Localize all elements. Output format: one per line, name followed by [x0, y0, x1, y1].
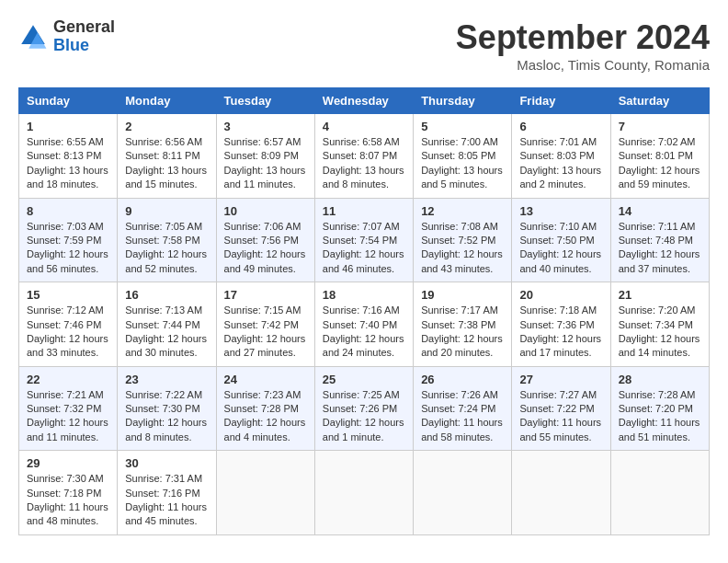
logo-icon [18, 22, 48, 52]
day-info-line: Sunrise: 7:21 AM [27, 388, 109, 402]
day-info-line: and 45 minutes. [125, 514, 208, 528]
calendar-header-row: SundayMondayTuesdayWednesdayThursdayFrid… [19, 88, 710, 114]
day-number: 16 [125, 288, 208, 302]
day-number: 14 [619, 204, 701, 218]
day-info-line: and 51 minutes. [619, 431, 701, 444]
day-info-line: and 20 minutes. [421, 346, 504, 360]
day-info-line: and 4 minutes. [224, 431, 307, 444]
day-info-line: and 30 minutes. [125, 346, 208, 360]
day-info-line: Sunset: 7:58 PM [125, 234, 208, 247]
calendar-cell: 24Sunrise: 7:23 AMSunset: 7:28 PMDayligh… [216, 366, 314, 451]
day-info-line: and 11 minutes. [27, 431, 109, 444]
day-info-line: Daylight: 13 hours [323, 164, 405, 178]
day-info-line: Daylight: 11 hours [27, 500, 109, 514]
day-info-line: and 5 minutes. [421, 178, 504, 191]
calendar-week-2: 8Sunrise: 7:03 AMSunset: 7:59 PMDaylight… [19, 198, 710, 282]
day-info-line: Sunrise: 7:22 AM [125, 388, 208, 402]
day-number: 13 [519, 204, 602, 218]
day-number: 5 [421, 120, 504, 133]
day-number: 10 [224, 204, 307, 218]
day-number: 8 [27, 204, 109, 218]
day-info-line: Sunrise: 7:31 AM [125, 472, 208, 486]
day-number: 22 [27, 373, 109, 386]
calendar-cell: 22Sunrise: 7:21 AMSunset: 7:32 PMDayligh… [19, 366, 118, 451]
day-info-line: Sunrise: 7:12 AM [27, 304, 109, 317]
logo-blue-text: Blue [53, 37, 115, 55]
day-info-line: Sunset: 7:38 PM [421, 318, 504, 332]
calendar-cell: 2Sunrise: 6:56 AMSunset: 8:11 PMDaylight… [118, 114, 216, 199]
day-info-line: Sunset: 8:11 PM [125, 149, 208, 163]
day-info-line: Daylight: 12 hours [421, 247, 504, 261]
day-info-line: Daylight: 12 hours [323, 247, 405, 261]
day-info-line: Sunrise: 7:07 AM [323, 220, 405, 234]
day-number: 2 [125, 120, 208, 133]
day-info-line: and 55 minutes. [519, 431, 602, 444]
day-info-line: and 11 minutes. [224, 178, 307, 191]
day-info-line: Daylight: 13 hours [421, 164, 504, 178]
calendar-cell: 1Sunrise: 6:55 AMSunset: 8:13 PMDaylight… [19, 114, 118, 199]
day-info-line: and 8 minutes. [125, 431, 208, 444]
day-info-line: Daylight: 13 hours [519, 164, 602, 178]
location-text: Masloc, Timis County, Romania [456, 57, 710, 73]
day-info-line: Sunset: 7:59 PM [27, 234, 109, 247]
day-info-line: and 43 minutes. [421, 262, 504, 276]
weekday-header-tuesday: Tuesday [216, 88, 314, 114]
day-number: 17 [224, 288, 307, 302]
day-number: 1 [27, 120, 109, 133]
day-info-line: Sunrise: 7:26 AM [421, 388, 504, 402]
day-info-line: Sunset: 7:20 PM [619, 402, 701, 416]
day-info-line: Daylight: 13 hours [224, 164, 307, 178]
day-info-line: Sunrise: 7:03 AM [27, 220, 109, 234]
weekday-header-friday: Friday [512, 88, 610, 114]
logo-text: General Blue [53, 18, 115, 55]
day-info-line: Daylight: 12 hours [125, 247, 208, 261]
calendar-cell [314, 451, 413, 535]
day-info-line: Sunset: 7:26 PM [323, 402, 405, 416]
day-info-line: and 15 minutes. [125, 178, 208, 191]
calendar-cell: 25Sunrise: 7:25 AMSunset: 7:26 PMDayligh… [314, 366, 413, 451]
day-info-line: Daylight: 12 hours [224, 247, 307, 261]
title-block: September 2024 Masloc, Timis County, Rom… [456, 18, 710, 73]
calendar-cell: 7Sunrise: 7:02 AMSunset: 8:01 PMDaylight… [610, 114, 709, 199]
calendar-table: SundayMondayTuesdayWednesdayThursdayFrid… [18, 87, 710, 535]
day-info-line: and 52 minutes. [125, 262, 208, 276]
day-number: 4 [323, 120, 405, 133]
logo: General Blue [18, 18, 115, 55]
day-info-line: Daylight: 12 hours [27, 416, 109, 430]
day-info-line: Daylight: 11 hours [421, 416, 504, 430]
calendar-cell: 11Sunrise: 7:07 AMSunset: 7:54 PMDayligh… [314, 198, 413, 282]
calendar-week-4: 22Sunrise: 7:21 AMSunset: 7:32 PMDayligh… [19, 366, 710, 451]
day-number: 11 [323, 204, 405, 218]
day-info-line: Daylight: 11 hours [125, 500, 208, 514]
calendar-cell: 5Sunrise: 7:00 AMSunset: 8:05 PMDaylight… [414, 114, 512, 199]
day-info-line: Sunset: 8:01 PM [619, 149, 701, 163]
day-info-line: and 18 minutes. [27, 178, 109, 191]
day-info-line: Sunset: 8:07 PM [323, 149, 405, 163]
day-info-line: Sunrise: 7:23 AM [224, 388, 307, 402]
day-info-line: Sunrise: 7:18 AM [519, 304, 602, 317]
calendar-cell: 14Sunrise: 7:11 AMSunset: 7:48 PMDayligh… [610, 198, 709, 282]
day-number: 20 [519, 288, 602, 302]
day-info-line: and 24 minutes. [323, 346, 405, 360]
day-number: 24 [224, 373, 307, 386]
day-info-line: Sunrise: 7:20 AM [619, 304, 701, 317]
day-info-line: Sunset: 7:34 PM [619, 318, 701, 332]
day-info-line: Sunrise: 7:11 AM [619, 220, 701, 234]
day-info-line: Daylight: 12 hours [224, 416, 307, 430]
day-info-line: Sunrise: 7:06 AM [224, 220, 307, 234]
logo-general-text: General [53, 18, 115, 37]
calendar-cell: 13Sunrise: 7:10 AMSunset: 7:50 PMDayligh… [512, 198, 610, 282]
day-info-line: Sunrise: 7:16 AM [323, 304, 405, 317]
day-info-line: Daylight: 12 hours [323, 416, 405, 430]
day-info-line: Sunset: 7:24 PM [421, 402, 504, 416]
calendar-cell: 8Sunrise: 7:03 AMSunset: 7:59 PMDaylight… [19, 198, 118, 282]
day-info-line: Daylight: 11 hours [619, 416, 701, 430]
day-info-line: Sunset: 7:48 PM [619, 234, 701, 247]
day-info-line: Daylight: 12 hours [619, 164, 701, 178]
weekday-header-sunday: Sunday [19, 88, 118, 114]
day-info-line: Sunrise: 7:02 AM [619, 135, 701, 149]
day-number: 27 [519, 373, 602, 386]
calendar-cell: 26Sunrise: 7:26 AMSunset: 7:24 PMDayligh… [414, 366, 512, 451]
calendar-week-3: 15Sunrise: 7:12 AMSunset: 7:46 PMDayligh… [19, 282, 710, 367]
day-info-line: Sunset: 7:16 PM [125, 487, 208, 500]
